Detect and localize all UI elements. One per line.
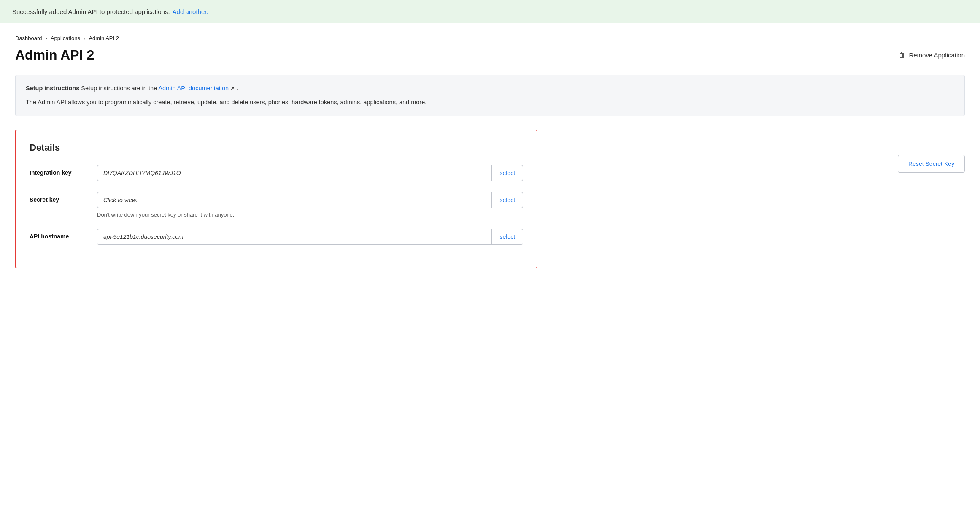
breadcrumb-separator-1: ›	[46, 35, 47, 41]
breadcrumb-dashboard[interactable]: Dashboard	[15, 35, 42, 41]
api-hostname-select-button[interactable]: select	[491, 229, 523, 244]
external-link-icon: ↗	[230, 86, 235, 92]
info-line2: The Admin API allows you to programmatic…	[26, 98, 954, 107]
setup-instructions-label: Setup instructions	[26, 85, 79, 92]
success-banner: Successfully added Admin API to protecte…	[0, 0, 980, 23]
details-layout: Details Integration key select Secret ke…	[15, 130, 965, 268]
secret-key-row: Secret key select Don't write down your …	[30, 192, 523, 218]
details-title: Details	[30, 142, 523, 153]
integration-key-input-row: select	[97, 165, 523, 181]
api-hostname-row: API hostname select	[30, 229, 523, 245]
info-suffix: .	[236, 85, 238, 92]
success-message: Successfully added Admin API to protecte…	[12, 8, 170, 15]
integration-key-input-group: select	[97, 165, 523, 181]
breadcrumb-separator-2: ›	[84, 35, 85, 41]
secret-key-input-row: select	[97, 192, 523, 208]
main-content: Dashboard › Applications › Admin API 2 A…	[0, 23, 980, 294]
secret-key-input[interactable]	[97, 192, 491, 208]
integration-key-select-button[interactable]: select	[491, 165, 523, 181]
details-box: Details Integration key select Secret ke…	[15, 130, 537, 268]
page-header: Admin API 2 🗑 Remove Application	[15, 47, 965, 63]
api-hostname-input-row: select	[97, 229, 523, 245]
integration-key-row: Integration key select	[30, 165, 523, 181]
info-line1: Setup instructions Setup instructions ar…	[26, 84, 954, 93]
integration-key-input[interactable]	[97, 165, 491, 181]
secret-key-select-button[interactable]: select	[491, 192, 523, 208]
info-box: Setup instructions Setup instructions ar…	[15, 75, 965, 116]
reset-secret-key-button[interactable]: Reset Secret Key	[898, 155, 965, 173]
page-title: Admin API 2	[15, 47, 94, 63]
api-hostname-input-group: select	[97, 229, 523, 245]
breadcrumb: Dashboard › Applications › Admin API 2	[15, 35, 965, 41]
secret-key-label: Secret key	[30, 192, 97, 203]
api-hostname-input[interactable]	[97, 229, 491, 244]
remove-application-button[interactable]: 🗑 Remove Application	[899, 51, 965, 59]
secret-key-input-group: select Don't write down your secret key …	[97, 192, 523, 218]
reset-key-container: Reset Secret Key	[898, 130, 965, 173]
integration-key-label: Integration key	[30, 165, 97, 176]
info-prefix: Setup instructions are in the	[81, 85, 157, 92]
add-another-link[interactable]: Add another.	[173, 8, 208, 15]
breadcrumb-current: Admin API 2	[89, 35, 119, 41]
remove-application-label: Remove Application	[909, 51, 965, 59]
breadcrumb-applications[interactable]: Applications	[51, 35, 80, 41]
trash-icon: 🗑	[899, 51, 905, 59]
admin-api-doc-link[interactable]: Admin API documentation	[158, 85, 229, 92]
api-hostname-label: API hostname	[30, 229, 97, 240]
secret-key-hint: Don't write down your secret key or shar…	[97, 211, 523, 218]
